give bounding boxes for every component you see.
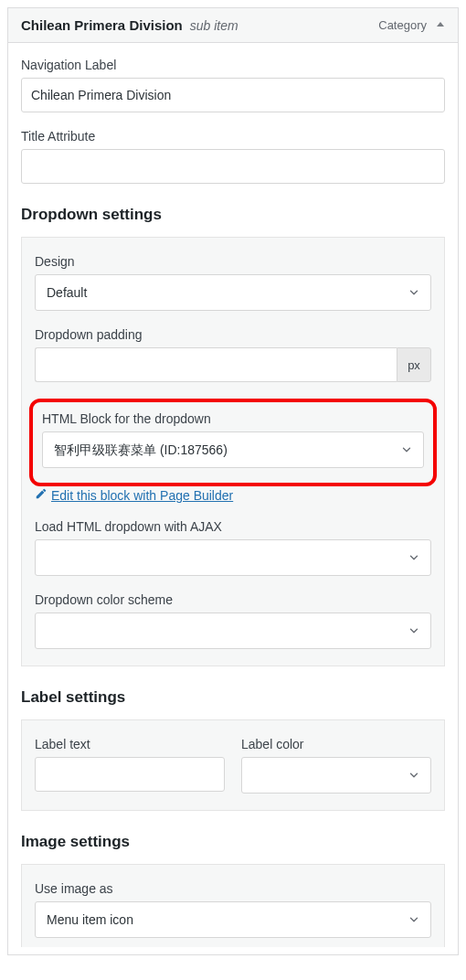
highlight-annotation: HTML Block for the dropdown 智利甲级联赛菜单 (ID… (29, 399, 437, 486)
dropdown-settings-box: Design Default Dropdown padding px HTML … (21, 237, 445, 666)
label-text-label: Label text (35, 737, 225, 751)
image-settings-box: Use image as Menu item icon (21, 864, 445, 947)
use-image-as-select[interactable]: Menu item icon (35, 901, 431, 938)
label-color-group: Label color (241, 737, 431, 794)
navigation-label-label: Navigation Label (21, 58, 445, 72)
dropdown-padding-label: Dropdown padding (35, 327, 431, 342)
collapse-toggle-icon[interactable] (436, 20, 445, 31)
ajax-select[interactable] (35, 539, 431, 576)
panel-header-right: Category (378, 18, 445, 32)
panel-body: Navigation Label Title Attribute (8, 43, 458, 184)
design-label: Design (35, 254, 431, 269)
title-attribute-input[interactable] (21, 149, 445, 184)
label-color-select[interactable] (241, 757, 431, 794)
design-select[interactable]: Default (35, 274, 431, 311)
panel-header-left: Chilean Primera Division sub item (21, 17, 238, 33)
dropdown-settings-heading: Dropdown settings (8, 206, 458, 224)
ajax-group: Load HTML dropdown with AJAX (35, 519, 431, 576)
color-scheme-label: Dropdown color scheme (35, 592, 431, 607)
dropdown-padding-group: Dropdown padding px (35, 327, 431, 382)
panel-subitem: sub item (190, 18, 238, 33)
color-scheme-select[interactable] (35, 612, 431, 649)
dropdown-padding-input[interactable] (35, 347, 397, 382)
ajax-label: Load HTML dropdown with AJAX (35, 519, 431, 534)
html-block-label: HTML Block for the dropdown (42, 411, 424, 426)
px-unit-label: px (397, 347, 431, 382)
label-settings-heading: Label settings (8, 688, 458, 707)
design-group: Design Default (35, 254, 431, 311)
edit-block-link-text: Edit this block with Page Builder (51, 488, 233, 503)
label-text-input[interactable] (35, 757, 225, 792)
html-block-group: HTML Block for the dropdown 智利甲级联赛菜单 (ID… (42, 411, 424, 468)
html-block-select[interactable]: 智利甲级联赛菜单 (ID:187566) (42, 431, 424, 468)
label-text-group: Label text (35, 737, 225, 794)
use-image-as-group: Use image as Menu item icon (35, 881, 431, 938)
use-image-as-label: Use image as (35, 881, 431, 896)
color-scheme-group: Dropdown color scheme (35, 592, 431, 649)
panel-header[interactable]: Chilean Primera Division sub item Catego… (8, 8, 458, 43)
label-settings-box: Label text Label color (21, 719, 445, 811)
edit-block-link[interactable]: Edit this block with Page Builder (35, 487, 233, 503)
navigation-label-input[interactable] (21, 78, 445, 112)
image-settings-heading: Image settings (8, 833, 458, 851)
title-attribute-group: Title Attribute (21, 129, 445, 184)
edit-link-row: Edit this block with Page Builder (35, 488, 431, 503)
title-attribute-label: Title Attribute (21, 129, 445, 144)
label-color-label: Label color (241, 737, 431, 751)
panel-type-label: Category (378, 18, 427, 32)
panel-title: Chilean Primera Division (21, 17, 183, 33)
menu-item-panel: Chilean Primera Division sub item Catego… (7, 7, 459, 955)
pencil-icon (35, 487, 48, 503)
navigation-label-group: Navigation Label (21, 58, 445, 112)
